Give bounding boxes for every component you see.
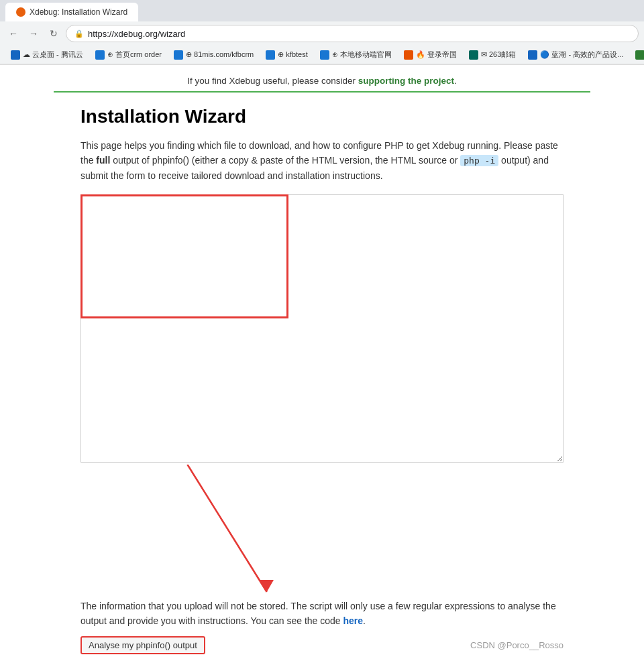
- bookmark-label-yun: ☁ 云桌面 - 腾讯云: [23, 50, 83, 60]
- bookmark-label-kfbtest: ⊕ kfbtest: [278, 50, 307, 59]
- banner-end: .: [454, 76, 457, 86]
- phpinfo-textarea[interactable]: [80, 194, 564, 463]
- bookmark-icon-lanhu: [528, 50, 537, 60]
- bookmark-263[interactable]: ✉ 263邮箱: [464, 48, 521, 61]
- annotation-layer: [80, 465, 564, 599]
- bookmark-runoob[interactable]: 🌐 菜鸟教程: [630, 48, 644, 61]
- textarea-container: [80, 194, 564, 465]
- active-tab[interactable]: Xdebug: Installation Wizard: [5, 3, 138, 21]
- annotation-arrow: [80, 465, 564, 599]
- page-content: If you find Xdebug useful, please consid…: [0, 65, 644, 663]
- bookmark-icon-kfbtest: [266, 50, 275, 60]
- info-text-part1: The information that you upload will not…: [80, 601, 556, 626]
- desc-part2: output of phpinfo() (either a copy & pas…: [110, 155, 460, 166]
- forward-button[interactable]: →: [25, 25, 42, 42]
- tab-title: Xdebug: Installation Wizard: [30, 7, 127, 17]
- info-text-end: .: [363, 615, 366, 626]
- tab-favicon: [16, 7, 25, 17]
- tab-bar: Xdebug: Installation Wizard: [0, 0, 644, 21]
- bookmark-label-lanhu: 🔵 蓝湖 - 高效的产品设...: [540, 50, 623, 60]
- bookmark-icon-crm: [95, 50, 105, 60]
- button-row: Analyse my phpinfo() output CSDN @Porco_…: [80, 636, 564, 654]
- page-title: Installation Wizard: [80, 106, 564, 127]
- address-text: https://xdebug.org/wizard: [88, 29, 185, 39]
- analyse-button[interactable]: Analyse my phpinfo() output: [80, 636, 205, 654]
- bookmark-crm[interactable]: ⊕ 首页crm order: [90, 48, 167, 61]
- main-area: Installation Wizard This page helps you …: [54, 93, 590, 663]
- bookmark-yun[interactable]: ☁ 云桌面 - 腾讯云: [5, 48, 89, 61]
- bookmark-icon-login: [404, 50, 413, 60]
- bookmark-icon-local: [320, 50, 329, 60]
- bookmark-81mis[interactable]: ⊕ 81mis.com/kfbcrm: [168, 49, 259, 61]
- address-bar-row: ← → ↻ 🔒 https://xdebug.org/wizard: [0, 21, 644, 46]
- reload-button[interactable]: ↻: [46, 25, 62, 42]
- support-link[interactable]: supporting the project: [358, 76, 454, 86]
- bookmark-label-local: ⊕ 本地移动端官网: [332, 50, 392, 60]
- info-paragraph: The information that you upload will not…: [80, 599, 564, 629]
- bookmark-icon-81mis: [174, 50, 183, 60]
- address-box[interactable]: 🔒 https://xdebug.org/wizard: [66, 25, 639, 42]
- lock-icon: 🔒: [74, 29, 84, 38]
- bookmark-lanhu[interactable]: 🔵 蓝湖 - 高效的产品设...: [523, 48, 629, 61]
- bookmark-label-263: ✉ 263邮箱: [481, 50, 516, 60]
- svg-line-0: [187, 465, 266, 592]
- back-button[interactable]: ←: [5, 25, 21, 42]
- bookmark-login[interactable]: 🔥 登录帝国: [398, 48, 462, 61]
- inline-code: php -i: [460, 155, 498, 166]
- support-banner: If you find Xdebug useful, please consid…: [54, 65, 590, 93]
- bookmark-icon-runoob: [635, 50, 644, 60]
- bookmark-label-login: 🔥 登录帝国: [416, 50, 457, 60]
- svg-marker-1: [260, 580, 274, 592]
- bookmark-label-crm: ⊕ 首页crm order: [107, 50, 162, 60]
- bookmarks-bar: ☁ 云桌面 - 腾讯云 ⊕ 首页crm order ⊕ 81mis.com/kf…: [0, 46, 644, 64]
- bookmark-icon-263: [469, 50, 478, 60]
- bookmark-label-81mis: ⊕ 81mis.com/kfbcrm: [186, 50, 254, 59]
- info-here-link[interactable]: here: [343, 615, 364, 626]
- csdn-watermark: CSDN @Porco__Rosso: [470, 640, 564, 650]
- description-paragraph: This page helps you finding which file t…: [80, 138, 564, 184]
- bookmark-local[interactable]: ⊕ 本地移动端官网: [315, 48, 397, 61]
- desc-bold: full: [96, 155, 110, 166]
- bookmark-kfbtest[interactable]: ⊕ kfbtest: [260, 49, 313, 61]
- bookmark-icon-yun: [11, 50, 20, 60]
- banner-text: If you find Xdebug useful, please consid…: [187, 76, 358, 86]
- browser-chrome: Xdebug: Installation Wizard ← → ↻ 🔒 http…: [0, 0, 644, 65]
